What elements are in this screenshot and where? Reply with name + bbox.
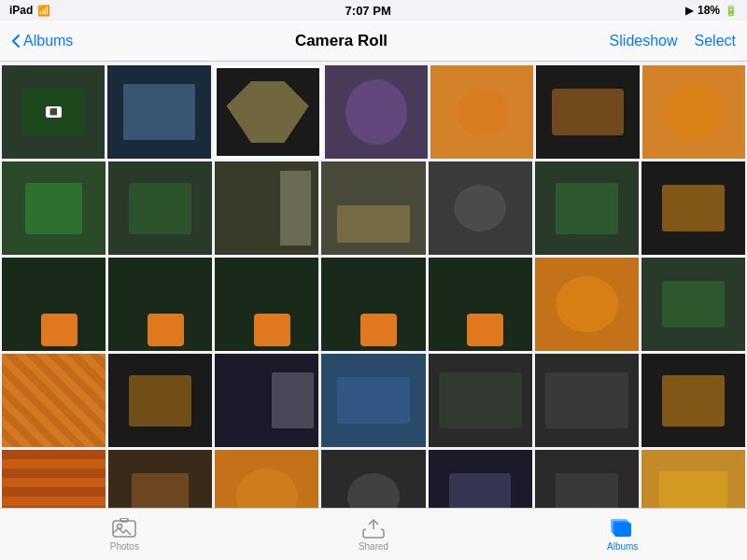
photo-thumb[interactable] bbox=[535, 161, 639, 255]
photo-thumb[interactable] bbox=[535, 354, 639, 447]
wifi-icon: 📶 bbox=[37, 5, 50, 17]
photo-thumb[interactable]: ⬛ bbox=[2, 65, 105, 159]
photo-thumb[interactable] bbox=[429, 258, 532, 351]
shared-icon bbox=[360, 517, 387, 539]
page-title: Camera Roll bbox=[295, 32, 388, 50]
back-chevron-icon bbox=[11, 34, 21, 49]
tab-shared[interactable]: Shared bbox=[249, 517, 499, 552]
nav-bar: Albums Camera Roll Slideshow Select bbox=[0, 21, 747, 62]
nav-actions: Slideshow Select bbox=[610, 33, 736, 49]
back-button[interactable]: Albums bbox=[11, 33, 73, 49]
photo-thumb[interactable] bbox=[429, 161, 532, 255]
grid-row bbox=[2, 161, 745, 255]
albums-icon bbox=[610, 517, 636, 539]
photo-thumb[interactable] bbox=[108, 258, 212, 351]
photo-thumb[interactable] bbox=[325, 65, 428, 159]
photo-thumb[interactable] bbox=[108, 450, 212, 508]
tab-photos[interactable]: Photos bbox=[0, 517, 249, 552]
photo-thumb[interactable] bbox=[2, 258, 106, 351]
photo-thumb[interactable] bbox=[2, 161, 106, 255]
photo-thumb[interactable] bbox=[215, 161, 318, 255]
svg-rect-5 bbox=[611, 519, 627, 533]
battery-label: 18% bbox=[698, 4, 720, 17]
photo-thumb[interactable] bbox=[321, 450, 425, 508]
photo-thumb[interactable] bbox=[536, 65, 639, 159]
battery-icon: 🔋 bbox=[725, 5, 738, 17]
tab-albums[interactable]: Albums bbox=[498, 517, 747, 552]
photo-thumb[interactable] bbox=[429, 450, 532, 508]
photo-thumb[interactable] bbox=[430, 65, 533, 159]
photo-thumb[interactable] bbox=[321, 161, 425, 255]
photo-thumb-selected[interactable] bbox=[214, 65, 322, 159]
photo-thumb[interactable] bbox=[641, 354, 745, 447]
photo-thumb[interactable] bbox=[429, 354, 532, 447]
photo-thumb[interactable] bbox=[641, 258, 745, 351]
photo-thumb[interactable] bbox=[215, 258, 318, 351]
photos-icon bbox=[111, 517, 137, 539]
grid-row: ⬛ bbox=[2, 65, 745, 159]
photo-thumb[interactable] bbox=[2, 450, 106, 508]
photo-thumb[interactable] bbox=[215, 354, 318, 447]
slideshow-button[interactable]: Slideshow bbox=[610, 33, 678, 49]
photo-thumb[interactable] bbox=[642, 65, 745, 159]
status-bar: iPad 📶 7:07 PM ▶ 18% 🔋 bbox=[0, 0, 747, 21]
status-time: 7:07 PM bbox=[345, 4, 391, 18]
status-right: ▶ 18% 🔋 bbox=[685, 4, 738, 17]
photo-thumb[interactable] bbox=[107, 65, 210, 159]
photo-thumb[interactable] bbox=[321, 258, 425, 351]
select-button[interactable]: Select bbox=[695, 33, 736, 49]
back-label: Albums bbox=[23, 33, 73, 49]
grid-row bbox=[2, 258, 745, 351]
tab-shared-label: Shared bbox=[359, 541, 388, 552]
svg-rect-2 bbox=[120, 518, 128, 522]
photo-thumb[interactable] bbox=[2, 354, 106, 447]
tab-albums-label: Albums bbox=[607, 541, 638, 552]
photo-thumb[interactable] bbox=[535, 450, 639, 508]
grid-row bbox=[2, 450, 745, 508]
tab-bar: Photos Shared Albums bbox=[0, 508, 747, 560]
photo-grid: ⬛ bbox=[0, 62, 747, 508]
photo-thumb[interactable] bbox=[535, 258, 639, 351]
photo-thumb[interactable] bbox=[641, 450, 745, 508]
signal-icon: ▶ bbox=[685, 5, 693, 17]
photo-thumb[interactable] bbox=[215, 450, 318, 508]
tab-photos-label: Photos bbox=[110, 541, 139, 552]
svg-rect-0 bbox=[113, 521, 135, 537]
photo-thumb[interactable] bbox=[108, 161, 212, 255]
status-left: iPad 📶 bbox=[9, 4, 50, 17]
photo-thumb[interactable] bbox=[321, 354, 425, 447]
photo-thumb[interactable] bbox=[108, 354, 212, 447]
photo-thumb[interactable] bbox=[641, 161, 745, 255]
grid-row bbox=[2, 354, 745, 447]
device-label: iPad bbox=[9, 4, 33, 17]
